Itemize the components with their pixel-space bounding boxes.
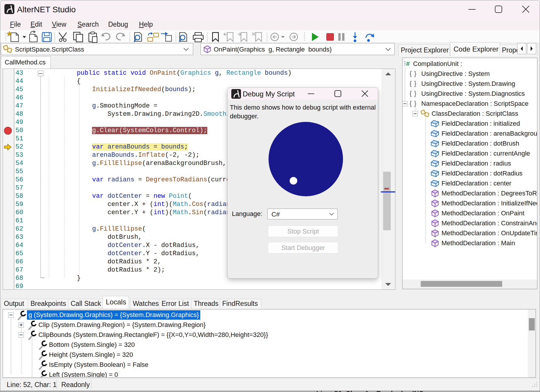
svg-text:#: # <box>406 60 410 67</box>
